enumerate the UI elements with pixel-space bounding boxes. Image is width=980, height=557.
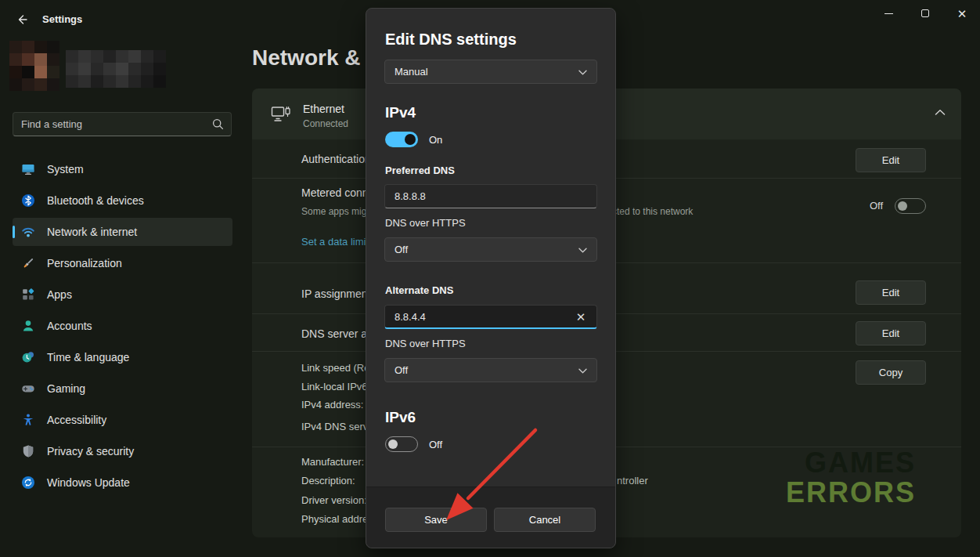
cancel-button[interactable]: Cancel bbox=[494, 508, 596, 532]
authentication-edit-button[interactable]: Edit bbox=[856, 148, 926, 172]
sidebar: System Bluetooth & devices Network & int… bbox=[0, 38, 244, 557]
sidebar-item-label: Windows Update bbox=[47, 476, 130, 489]
sidebar-item-gaming[interactable]: Gaming bbox=[13, 374, 232, 403]
sidebar-item-personalization[interactable]: Personalization bbox=[13, 249, 232, 277]
chevron-down-icon bbox=[578, 368, 587, 374]
metered-connection-toggle[interactable] bbox=[895, 198, 926, 214]
accessibility-icon bbox=[21, 413, 35, 427]
edit-dns-dialog: Edit DNS settings Manual IPv4 On Preferr… bbox=[366, 8, 616, 548]
ipv6-toggle-label: Off bbox=[429, 439, 442, 450]
driver-version-label: Driver version: bbox=[301, 494, 367, 506]
manufacturer-label: Manufacturer: bbox=[301, 456, 364, 468]
watermark-games: GAMES bbox=[805, 449, 916, 477]
preferred-dns-label: Preferred DNS bbox=[385, 165, 455, 176]
apps-icon bbox=[21, 288, 35, 302]
ipv4-toggle[interactable] bbox=[385, 132, 418, 147]
description-value-fragment: ntroller bbox=[617, 475, 648, 486]
sidebar-item-privacy[interactable]: Privacy & security bbox=[13, 437, 232, 465]
personalization-icon bbox=[21, 256, 35, 270]
ipv4-heading: IPv4 bbox=[385, 104, 416, 121]
gaming-icon bbox=[21, 382, 35, 396]
preferred-dns-input[interactable] bbox=[384, 184, 597, 208]
ethernet-status: Connected bbox=[303, 118, 348, 129]
minimize-icon bbox=[885, 13, 893, 14]
alternate-dns-over-https-select[interactable]: Off bbox=[384, 358, 597, 382]
sidebar-item-label: Accounts bbox=[47, 320, 92, 332]
sidebar-item-label: Network & internet bbox=[47, 226, 137, 238]
sidebar-item-label: Personalization bbox=[47, 257, 122, 269]
description-label: Description: bbox=[301, 475, 355, 486]
sidebar-item-label: Apps bbox=[47, 288, 72, 301]
save-button[interactable]: Save bbox=[385, 508, 487, 532]
sidebar-item-label: Time & language bbox=[47, 351, 129, 363]
maximize-icon bbox=[921, 9, 929, 17]
accounts-icon bbox=[21, 319, 35, 333]
windows-update-icon bbox=[21, 476, 35, 490]
clear-input-icon[interactable]: ✕ bbox=[571, 308, 591, 326]
sidebar-item-bluetooth[interactable]: Bluetooth & devices bbox=[13, 186, 232, 215]
sidebar-item-label: Accessibility bbox=[47, 414, 106, 426]
sidebar-item-label: Privacy & security bbox=[47, 445, 134, 458]
dns-over-https-label: DNS over HTTPS bbox=[385, 217, 466, 229]
dns-over-https-value: Off bbox=[395, 244, 408, 255]
time-language-icon bbox=[21, 350, 35, 364]
dialog-title: Edit DNS settings bbox=[385, 31, 517, 49]
sidebar-item-apps[interactable]: Apps bbox=[13, 280, 232, 309]
ipv4-toggle-label: On bbox=[429, 134, 442, 146]
sidebar-item-accessibility[interactable]: Accessibility bbox=[13, 406, 232, 434]
alternate-dns-over-https-value: Off bbox=[395, 364, 408, 376]
sidebar-item-time-language[interactable]: Time & language bbox=[13, 343, 232, 371]
system-icon bbox=[21, 162, 35, 176]
dns-mode-select[interactable]: Manual bbox=[384, 60, 597, 84]
metered-toggle-label: Off bbox=[870, 200, 883, 212]
sidebar-item-network[interactable]: Network & internet bbox=[13, 218, 232, 246]
ipv4-address-label: IPv4 address: bbox=[301, 399, 364, 411]
chevron-down-icon bbox=[578, 70, 587, 75]
ethernet-icon bbox=[271, 105, 291, 124]
watermark-errors: ERRORS bbox=[786, 479, 916, 507]
chevron-up-icon[interactable] bbox=[935, 109, 946, 116]
selected-indicator bbox=[13, 226, 15, 238]
ethernet-title: Ethernet bbox=[303, 103, 344, 115]
back-button[interactable] bbox=[8, 9, 36, 30]
search-box bbox=[13, 112, 232, 136]
ipv6-heading: IPv6 bbox=[385, 409, 416, 426]
user-name-blurred bbox=[66, 50, 166, 88]
alternate-dns-input[interactable] bbox=[384, 305, 597, 329]
bluetooth-icon bbox=[21, 194, 35, 208]
search-icon bbox=[212, 118, 224, 130]
maximize-button[interactable] bbox=[907, 0, 943, 27]
alternate-dns-over-https-label: DNS over HTTPS bbox=[385, 338, 466, 349]
close-icon: ✕ bbox=[957, 8, 967, 20]
close-button[interactable]: ✕ bbox=[944, 0, 980, 27]
copy-button[interactable]: Copy bbox=[856, 360, 926, 385]
app-title: Settings bbox=[42, 13, 82, 25]
ip-assignment-label: IP assignment: bbox=[301, 288, 373, 300]
dns-assignment-edit-button[interactable]: Edit bbox=[856, 321, 926, 345]
alternate-dns-label: Alternate DNS bbox=[385, 284, 453, 296]
sidebar-item-system[interactable]: System bbox=[13, 155, 232, 183]
dns-mode-value: Manual bbox=[395, 66, 428, 78]
sidebar-item-label: System bbox=[47, 163, 84, 175]
search-input[interactable] bbox=[21, 113, 209, 136]
sidebar-item-accounts[interactable]: Accounts bbox=[13, 312, 232, 340]
settings-window: Settings ✕ System B bbox=[0, 0, 980, 557]
privacy-shield-icon bbox=[21, 444, 35, 458]
dialog-footer: Save Cancel bbox=[366, 486, 615, 548]
back-arrow-icon bbox=[16, 13, 28, 26]
ip-assignment-edit-button[interactable]: Edit bbox=[856, 280, 926, 305]
ipv6-toggle[interactable] bbox=[385, 436, 418, 452]
minimize-button[interactable] bbox=[870, 0, 906, 27]
dns-over-https-select[interactable]: Off bbox=[384, 237, 597, 262]
network-icon bbox=[21, 225, 35, 239]
avatar[interactable] bbox=[9, 41, 59, 91]
sidebar-item-label: Gaming bbox=[47, 382, 85, 395]
sidebar-item-label: Bluetooth & devices bbox=[47, 194, 144, 207]
chevron-down-icon bbox=[578, 248, 587, 253]
sidebar-item-windows-update[interactable]: Windows Update bbox=[13, 468, 232, 497]
